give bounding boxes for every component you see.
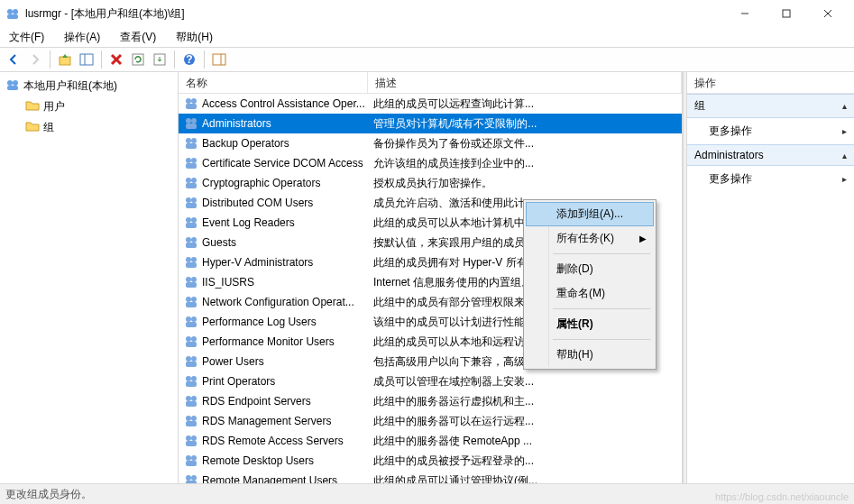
group-name: Performance Monitor Users — [202, 335, 335, 348]
action-more-selected[interactable]: 更多操作▸ — [687, 166, 854, 192]
cm-properties[interactable]: 属性(R) — [526, 312, 654, 336]
table-row[interactable]: Cryptographic Operators授权成员执行加密操作。 — [179, 173, 682, 193]
column-name[interactable]: 名称 — [179, 72, 368, 93]
svg-point-63 — [186, 376, 191, 381]
table-row[interactable]: Print Operators成员可以管理在域控制器上安装... — [179, 371, 682, 391]
export-icon[interactable] — [150, 50, 170, 69]
menu-file[interactable]: 文件(F) — [5, 28, 48, 47]
group-name: RDS Endpoint Servers — [202, 395, 311, 408]
svg-rect-35 — [186, 183, 197, 188]
svg-text:?: ? — [186, 53, 192, 66]
svg-point-39 — [186, 217, 191, 223]
svg-rect-53 — [186, 302, 197, 307]
svg-rect-8 — [80, 54, 93, 65]
svg-rect-74 — [186, 441, 197, 446]
group-icon — [184, 176, 198, 190]
svg-point-49 — [191, 277, 197, 282]
show-hide-tree-button[interactable] — [77, 50, 96, 69]
tree-users-label: 用户 — [43, 99, 65, 115]
svg-point-43 — [191, 237, 197, 243]
actions-pane: 操作 组▴ 更多操作▸ Administrators▴ 更多操作▸ — [687, 72, 854, 483]
delete-icon[interactable] — [106, 50, 126, 69]
tree-item-users[interactable]: 用户 — [4, 96, 174, 117]
app-icon — [5, 6, 20, 21]
svg-rect-44 — [186, 243, 197, 248]
table-row[interactable]: Certificate Service DCOM Access允许该组的成员连接… — [179, 153, 682, 173]
table-row[interactable]: Remote Desktop Users此组中的成员被授予远程登录的... — [179, 451, 682, 471]
tree-pane: 本地用户和组(本地) 用户 组 — [0, 72, 179, 483]
group-desc: 备份操作员为了备份或还原文件... — [368, 136, 682, 151]
svg-point-51 — [186, 297, 191, 302]
forward-button[interactable] — [25, 50, 45, 69]
group-icon — [184, 116, 198, 131]
svg-point-67 — [191, 396, 197, 401]
group-icon — [184, 414, 198, 428]
up-button[interactable] — [55, 50, 75, 69]
menu-help[interactable]: 帮助(H) — [172, 28, 216, 47]
table-row[interactable]: RDS Remote Access Servers此组中的服务器使 Remote… — [179, 431, 682, 451]
svg-point-78 — [186, 475, 191, 481]
action-more-groups[interactable]: 更多操作▸ — [687, 118, 854, 144]
group-name: IIS_IUSRS — [202, 276, 254, 289]
svg-rect-80 — [186, 481, 197, 483]
svg-point-79 — [191, 475, 197, 481]
svg-point-45 — [186, 257, 191, 262]
back-button[interactable] — [4, 50, 23, 69]
group-desc: 此组中的服务器运行虚拟机和主... — [368, 394, 682, 409]
svg-rect-47 — [186, 262, 197, 268]
svg-point-58 — [191, 336, 197, 342]
group-icon — [184, 473, 198, 483]
group-name: RDS Management Servers — [202, 415, 331, 427]
tree-root[interactable]: 本地用户和组(本地) — [4, 76, 174, 96]
svg-rect-16 — [213, 54, 225, 65]
svg-point-30 — [186, 158, 191, 163]
group-icon — [184, 295, 198, 309]
tree-root-label: 本地用户和组(本地) — [23, 78, 117, 94]
watermark: https://blog.csdn.net/xiaouncle — [715, 491, 849, 502]
svg-point-42 — [186, 237, 191, 243]
cm-delete[interactable]: 删除(D) — [526, 257, 654, 281]
svg-point-18 — [7, 80, 13, 86]
svg-point-54 — [186, 316, 191, 322]
action-section-groups[interactable]: 组▴ — [687, 94, 854, 118]
cm-add-to-group[interactable]: 添加到组(A)... — [526, 202, 654, 226]
tree-item-groups[interactable]: 组 — [4, 117, 174, 138]
svg-rect-41 — [186, 223, 197, 228]
table-row[interactable]: RDS Endpoint Servers此组中的服务器运行虚拟机和主... — [179, 391, 682, 411]
table-row[interactable]: RDS Management Servers此组中的服务器可以在运行远程... — [179, 411, 682, 431]
cm-help[interactable]: 帮助(H) — [526, 343, 654, 367]
table-row[interactable]: Access Control Assistance Oper...此组的成员可以… — [179, 94, 682, 114]
actions-header: 操作 — [687, 72, 854, 94]
menu-view[interactable]: 查看(V) — [116, 28, 160, 47]
group-name: Performance Log Users — [202, 316, 317, 328]
svg-rect-50 — [186, 282, 197, 288]
help-icon[interactable]: ? — [179, 50, 199, 69]
table-row[interactable]: Administrators管理员对计算机/域有不受限制的... — [179, 114, 682, 133]
maximize-button[interactable] — [766, 0, 807, 27]
group-name: Cryptographic Operators — [202, 177, 320, 189]
close-button[interactable] — [807, 0, 849, 27]
action-section-selected[interactable]: Administrators▴ — [687, 144, 854, 166]
svg-rect-7 — [60, 57, 70, 65]
svg-point-1 — [13, 9, 18, 14]
refresh-icon[interactable] — [128, 50, 148, 69]
group-icon — [184, 315, 198, 329]
group-icon — [184, 354, 198, 369]
group-icon — [184, 196, 198, 210]
svg-point-48 — [186, 277, 191, 282]
svg-rect-23 — [186, 104, 197, 109]
table-row[interactable]: Backup Operators备份操作员为了备份或还原文件... — [179, 133, 682, 153]
action-pane-icon[interactable] — [209, 50, 229, 69]
menu-action[interactable]: 操作(A) — [60, 28, 104, 47]
minimize-button[interactable] — [724, 0, 766, 27]
group-desc: 此组的成员可以通过管理协议(例... — [368, 473, 682, 484]
svg-rect-59 — [186, 342, 197, 347]
table-row[interactable]: Remote Management Users此组的成员可以通过管理协议(例..… — [179, 471, 682, 483]
cm-rename[interactable]: 重命名(M) — [526, 281, 654, 306]
svg-rect-38 — [186, 203, 197, 208]
toolbar: ? — [0, 47, 854, 72]
svg-rect-62 — [186, 362, 197, 367]
svg-rect-32 — [186, 163, 197, 169]
cm-all-tasks[interactable]: 所有任务(K)▶ — [526, 226, 654, 251]
column-description[interactable]: 描述 — [368, 72, 682, 93]
